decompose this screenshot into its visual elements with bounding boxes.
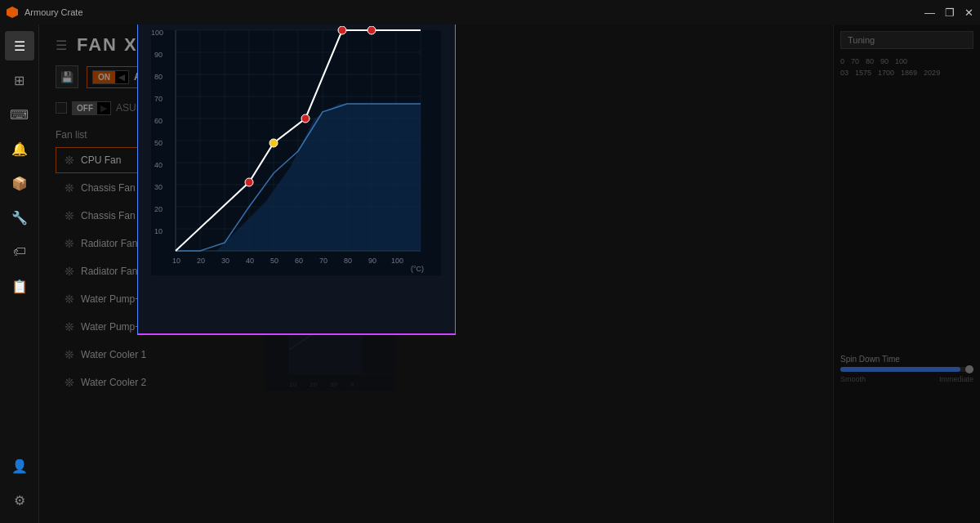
- curve-point-4: [338, 26, 346, 34]
- tuning-tab[interactable]: Tuning: [840, 31, 973, 49]
- fan-item-watercooler2[interactable]: ❊ Water Cooler 2: [56, 369, 252, 396]
- fan-label-chassis1: Chassis Fan 1: [81, 182, 144, 194]
- curve-point-5: [368, 26, 376, 34]
- sidebar-icon-tag[interactable]: 🏷: [5, 237, 34, 266]
- spin-immediate-label: Immediate: [939, 375, 973, 383]
- fan-label-watercooler1: Water Cooler 1: [81, 349, 146, 360]
- svg-text:20: 20: [310, 381, 317, 388]
- fan-icon-radiator1: ❊: [65, 237, 74, 250]
- svg-text:30: 30: [221, 257, 229, 265]
- spin-down-slider[interactable]: [840, 367, 973, 372]
- svg-text:80: 80: [154, 73, 163, 81]
- sidebar-icon-grid[interactable]: ⊞: [5, 65, 34, 95]
- fan-icon-radiator2: ❊: [65, 265, 74, 278]
- chart-container: PWM(%): [151, 25, 442, 296]
- fan-icon-chassis2: ❊: [65, 209, 74, 222]
- fan-label-watercooler2: Water Cooler 2: [81, 377, 146, 388]
- spin-down-section: Spin Down Time Smooth Immediate: [840, 355, 973, 383]
- svg-text:70: 70: [154, 95, 163, 103]
- fan-label-cpu: CPU Fan: [81, 154, 121, 166]
- overlay-panel: Smart mode Fixed RPM Mode Current RPM: [137, 25, 456, 335]
- chart-area[interactable]: 100 90 80 70 60 50 40 30 20 10 10 20 30: [151, 26, 441, 296]
- hydranode-checkbox[interactable]: [56, 102, 67, 114]
- sidebar-icon-menu[interactable]: ☰: [5, 31, 34, 60]
- svg-text:90: 90: [368, 257, 376, 265]
- spin-values: Smooth Immediate: [840, 375, 973, 383]
- ai-cooling-toggle[interactable]: ON ◀: [92, 70, 129, 84]
- toggle-on-part: ON: [93, 71, 115, 83]
- spin-down-label: Spin Down Time: [840, 355, 973, 364]
- sidebar-icon-user[interactable]: 👤: [5, 451, 34, 481]
- svg-text:30: 30: [330, 381, 337, 388]
- fan-icon-chassis1: ❊: [65, 181, 74, 194]
- svg-text:20: 20: [154, 205, 163, 213]
- svg-text:20: 20: [197, 257, 205, 265]
- save-icon-button[interactable]: 💾: [56, 65, 78, 88]
- spin-slider-fill: [840, 367, 960, 372]
- svg-text:40: 40: [246, 257, 254, 265]
- fan-icon-cpu: ❊: [65, 154, 74, 167]
- hydranode-toggle[interactable]: OFF ▶: [72, 101, 111, 115]
- temp-row-header: 0 70 80 90 100: [840, 57, 973, 65]
- sidebar-icon-keyboard[interactable]: ⌨: [5, 100, 34, 129]
- toggle-off-part: ◀: [115, 71, 128, 83]
- temp-table: 0 70 80 90 100 03 1575 1700 1869 2029: [840, 57, 973, 77]
- curve-point-current: [270, 139, 278, 147]
- svg-text:40: 40: [154, 161, 163, 169]
- hamburger-icon[interactable]: ☰: [56, 38, 67, 53]
- rpm-row: 03 1575 1700 1869 2029: [840, 69, 973, 77]
- close-button[interactable]: ✕: [964, 7, 973, 19]
- fan-icon-waterpump1: ❊: [65, 293, 74, 306]
- svg-text:50: 50: [270, 257, 278, 265]
- toggle-on-label: ▶: [97, 102, 110, 114]
- fan-item-watercooler1[interactable]: ❊ Water Cooler 1: [56, 342, 252, 368]
- chart-svg: 100 90 80 70 60 50 40 30 20 10 10 20 30: [151, 26, 441, 296]
- fan-label-radiator1: Radiator Fan 1: [81, 238, 145, 249]
- fan-icon-waterpump2: ❊: [65, 320, 74, 333]
- svg-text:60: 60: [154, 117, 163, 125]
- svg-text:90: 90: [154, 51, 163, 59]
- fan-icon-watercooler2: ❊: [65, 376, 74, 389]
- minimize-button[interactable]: —: [924, 7, 935, 19]
- app-icon: [7, 7, 18, 18]
- svg-text:70: 70: [319, 257, 327, 265]
- sidebar-icon-wrench[interactable]: 🔧: [5, 203, 34, 232]
- fan-icon-watercooler1: ❊: [65, 348, 74, 361]
- fan-label-chassis2: Chassis Fan 2: [81, 210, 144, 221]
- titlebar-left: Armoury Crate: [7, 7, 83, 18]
- svg-text:30: 30: [154, 183, 163, 191]
- svg-text:100: 100: [391, 257, 403, 265]
- svg-text:10: 10: [172, 257, 180, 265]
- svg-text:4: 4: [350, 381, 354, 388]
- sidebar-icon-settings[interactable]: ⚙: [5, 485, 34, 515]
- sidebar-icon-package[interactable]: 📦: [5, 168, 34, 198]
- svg-text:60: 60: [295, 257, 303, 265]
- toggle-off-label: OFF: [73, 102, 97, 114]
- sidebar-icon-clipboard[interactable]: 📋: [5, 271, 34, 301]
- svg-text:(°C): (°C): [411, 265, 424, 273]
- titlebar-controls[interactable]: — ❐ ✕: [924, 7, 973, 19]
- spin-slider-handle[interactable]: [965, 365, 973, 373]
- main-container: ☰ ⊞ ⌨ 🔔 📦 🔧 🏷 📋 👤 ⚙ ☰ FAN XPERT 4 💾 ON ◀: [0, 25, 980, 523]
- titlebar: Armoury Crate — ❐ ✕: [0, 0, 980, 25]
- content-area: ☰ FAN XPERT 4 💾 ON ◀ AI Cooling II ⚠ Res…: [39, 25, 980, 523]
- svg-text:50: 50: [154, 139, 163, 147]
- curve-point-1: [245, 178, 253, 186]
- svg-text:10: 10: [289, 381, 296, 388]
- curve-point-3: [301, 114, 310, 123]
- maximize-button[interactable]: ❐: [945, 7, 955, 19]
- right-panel: Tuning 0 70 80 90 100 03 1575 1700 1869 …: [833, 25, 980, 523]
- fan-label-radiator2: Radiator Fan 2: [81, 266, 145, 277]
- sidebar-icon-bell[interactable]: 🔔: [5, 134, 34, 163]
- svg-text:80: 80: [344, 257, 352, 265]
- svg-text:10: 10: [154, 227, 163, 235]
- sidebar: ☰ ⊞ ⌨ 🔔 📦 🔧 🏷 📋 👤 ⚙: [0, 25, 39, 523]
- svg-text:100: 100: [151, 29, 163, 37]
- app-name: Armoury Crate: [24, 7, 83, 17]
